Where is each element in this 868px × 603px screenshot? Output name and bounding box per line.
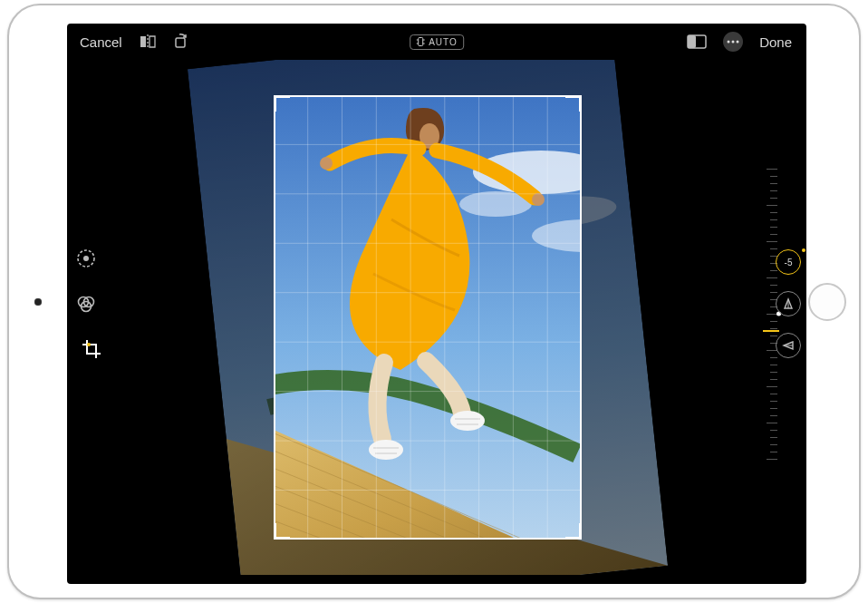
ipad-frame: Cancel AUTO Done xyxy=(7,4,861,599)
edit-toolbar: Cancel AUTO Done xyxy=(67,24,806,60)
crop-tool[interactable] xyxy=(72,336,100,363)
straighten-active-dot xyxy=(802,248,805,252)
active-tool-indicator xyxy=(87,343,91,346)
svg-point-23 xyxy=(320,157,333,170)
svg-point-6 xyxy=(737,41,739,44)
straighten-button[interactable]: -5 xyxy=(776,249,801,275)
more-button[interactable] xyxy=(723,32,743,52)
auto-label: AUTO xyxy=(429,37,458,47)
svg-rect-1 xyxy=(419,38,423,46)
cancel-button[interactable]: Cancel xyxy=(80,34,122,50)
photo-crop-region xyxy=(274,95,582,540)
photos-edit-screen: Cancel AUTO Done xyxy=(67,24,806,584)
auto-enhance-button[interactable]: AUTO xyxy=(410,34,464,50)
rotate-icon[interactable] xyxy=(173,34,189,50)
adjust-tool[interactable] xyxy=(72,245,100,272)
filters-tool[interactable] xyxy=(72,290,100,317)
svg-point-26 xyxy=(450,411,485,431)
vertical-perspective-button[interactable] xyxy=(776,291,801,316)
horizontal-perspective-button[interactable] xyxy=(776,333,801,358)
aspect-ratio-icon[interactable] xyxy=(687,34,707,49)
home-button[interactable] xyxy=(808,283,846,321)
front-camera xyxy=(34,298,42,306)
straighten-value: -5 xyxy=(785,258,793,267)
svg-point-5 xyxy=(732,41,735,44)
flip-icon[interactable] xyxy=(139,34,157,50)
svg-rect-0 xyxy=(176,38,185,47)
crop-controls: -5 xyxy=(776,249,801,358)
svg-point-25 xyxy=(369,440,403,460)
svg-point-24 xyxy=(532,193,545,206)
done-button[interactable]: Done xyxy=(759,34,792,50)
svg-rect-3 xyxy=(688,35,696,48)
crop-canvas[interactable] xyxy=(112,60,743,575)
edit-mode-rail xyxy=(72,245,100,363)
svg-point-4 xyxy=(728,41,730,44)
svg-point-8 xyxy=(83,256,89,261)
